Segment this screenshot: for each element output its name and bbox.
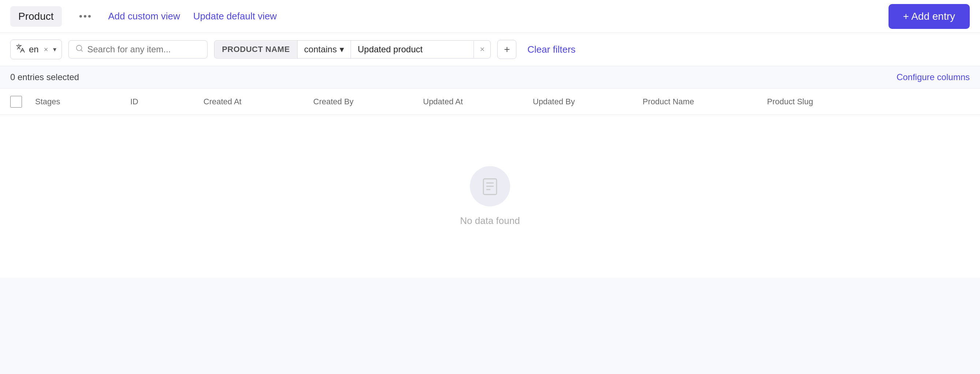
dot3	[88, 15, 91, 18]
filter-clear-icon[interactable]: ×	[474, 41, 490, 58]
dots-menu[interactable]	[75, 12, 95, 21]
no-data-circle	[470, 166, 510, 206]
filter-operator-label: contains	[304, 44, 337, 54]
column-header-updated-at: Updated At	[417, 97, 527, 107]
column-header-updated-by: Updated By	[527, 97, 637, 107]
add-custom-view-link[interactable]: Add custom view	[108, 11, 180, 22]
top-bar: Product Add custom view Update default v…	[0, 0, 980, 33]
svg-line-1	[81, 50, 83, 51]
search-icon	[75, 44, 83, 54]
lang-clear-icon[interactable]: ×	[43, 45, 50, 54]
add-entry-button[interactable]: + Add entry	[889, 4, 970, 29]
search-input[interactable]	[87, 44, 200, 54]
data-table: Stages ID Created At Created By Updated …	[0, 88, 980, 278]
filter-bar: en × ▾ PRODUCT NAME contains ▾ × + Clear…	[0, 33, 980, 66]
lang-code: en	[29, 44, 39, 54]
column-header-product-slug: Product Slug	[761, 97, 970, 107]
column-header-stages: Stages	[29, 97, 124, 107]
add-filter-button[interactable]: +	[497, 40, 516, 59]
configure-columns-button[interactable]: Configure columns	[897, 72, 970, 82]
no-data-icon	[480, 177, 500, 196]
table-meta-bar: 0 entries selected Configure columns	[0, 66, 980, 88]
product-tab[interactable]: Product	[10, 6, 62, 27]
dot2	[84, 15, 86, 18]
clear-filters-button[interactable]: Clear filters	[523, 41, 580, 58]
column-header-id: ID	[124, 97, 197, 107]
dot1	[80, 15, 82, 18]
search-box	[68, 40, 207, 59]
filter-field-label: PRODUCT NAME	[215, 41, 297, 58]
column-header-product-name: Product Name	[637, 97, 761, 107]
translate-icon	[16, 43, 25, 55]
no-data-text: No data found	[460, 215, 520, 226]
header-checkbox-cell	[10, 96, 29, 108]
select-all-checkbox[interactable]	[10, 96, 22, 108]
update-default-view-link[interactable]: Update default view	[193, 11, 277, 22]
entries-selected-label: 0 entries selected	[10, 72, 79, 82]
column-header-created-by: Created By	[307, 97, 417, 107]
lang-dropdown-icon[interactable]: ▾	[53, 45, 56, 53]
no-data-area: No data found	[0, 115, 980, 278]
column-header-created-at: Created At	[197, 97, 307, 107]
filter-value-input[interactable]	[351, 41, 474, 58]
table-header-row: Stages ID Created At Created By Updated …	[0, 89, 980, 115]
filter-operator-selector[interactable]: contains ▾	[297, 41, 351, 58]
language-selector[interactable]: en × ▾	[10, 40, 62, 59]
filter-chip-product-name: PRODUCT NAME contains ▾ ×	[214, 40, 491, 59]
filter-operator-arrow: ▾	[340, 44, 344, 54]
